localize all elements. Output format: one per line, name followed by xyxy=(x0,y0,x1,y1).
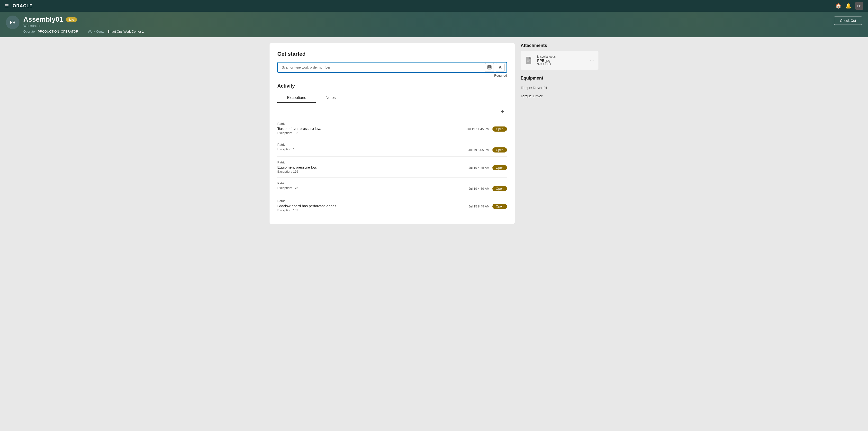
scan-input-container: A xyxy=(277,62,507,73)
exception-desc: Torque driver pressure low. xyxy=(277,126,321,131)
exception-date: Jul 19 5:05 PM xyxy=(468,148,490,152)
attachments-title: Attachments xyxy=(521,43,598,48)
activity-title: Activity xyxy=(277,83,507,89)
oracle-logo: ORACLE xyxy=(13,3,33,8)
svg-rect-9 xyxy=(527,62,529,62)
exception-desc: Equipment pressure low. xyxy=(277,165,317,169)
attachment-size: 993.11 KB xyxy=(537,62,587,66)
exception-date: Jul 19 4:45 AM xyxy=(469,166,490,170)
exception-num: Exception: 175 xyxy=(277,186,298,190)
exceptions-list: Patric Torque driver pressure low. Excep… xyxy=(277,118,507,216)
equipment-item: Torque Driver xyxy=(521,92,598,100)
equipment-title: Equipment xyxy=(521,75,598,81)
work-center-label: Work Center xyxy=(88,30,105,33)
exception-item: Patric Torque driver pressure low. Excep… xyxy=(277,118,507,139)
exception-author: Patric xyxy=(277,199,507,203)
status-badge: Open xyxy=(492,186,507,191)
attachment-name: PPE.jpg xyxy=(537,58,587,62)
hamburger-menu-icon[interactable]: ☰ xyxy=(5,3,9,8)
file-icon xyxy=(525,56,534,65)
tab-notes[interactable]: Notes xyxy=(316,93,345,103)
attachment-category: Miscellaneous xyxy=(537,55,587,58)
exception-author: Patric xyxy=(277,160,507,164)
top-nav-left: ☰ ORACLE xyxy=(5,3,33,8)
check-out-button[interactable]: Check Out xyxy=(834,17,862,25)
exception-date: Jul 19 11:45 PM xyxy=(467,127,490,131)
tab-exceptions[interactable]: Exceptions xyxy=(277,93,316,103)
workstation-type: Workstation xyxy=(23,24,144,28)
user-avatar-small[interactable]: PP xyxy=(855,2,863,10)
workstation-name: Assembly01 xyxy=(23,16,63,23)
attachment-card: Miscellaneous PPE.jpg 993.11 KB ⋯ xyxy=(521,51,598,70)
add-exception-button[interactable]: + xyxy=(498,107,507,116)
exception-date: Jul 19 4:39 AM xyxy=(469,187,490,190)
status-badge: Open xyxy=(492,204,507,209)
barcode-scan-icon[interactable] xyxy=(485,63,494,72)
operator-label: Operator xyxy=(23,30,36,33)
notification-bell-icon[interactable]: 🔔 xyxy=(845,3,851,9)
exception-author: Patric xyxy=(277,122,507,125)
exception-author: Patric xyxy=(277,143,507,147)
exception-item: Patric Exception: 175 Jul 19 4:39 AM Ope… xyxy=(277,178,507,195)
top-nav: ☰ ORACLE 🏠 🔔 PP xyxy=(0,0,868,12)
exception-num: Exception: 186 xyxy=(277,131,321,135)
exception-desc: Shadow board has perforated edges. xyxy=(277,204,337,208)
exception-num: Exception: 185 xyxy=(277,147,298,151)
operator-value: PRODUCTION_OPERATOR xyxy=(38,30,78,33)
exception-author: Patric xyxy=(277,181,507,185)
status-badge: Open xyxy=(492,165,507,170)
activity-tabs: Exceptions Notes xyxy=(277,93,507,103)
work-center-value: Smart Ops Work Center 1 xyxy=(107,30,144,33)
exception-num: Exception: 153 xyxy=(277,209,337,212)
avatar: PR xyxy=(6,16,20,29)
exception-item: Patric Shadow board has perforated edges… xyxy=(277,195,507,216)
attachment-more-menu-icon[interactable]: ⋯ xyxy=(590,58,595,63)
exception-num: Exception: 176 xyxy=(277,170,317,174)
exception-date: Jul 15 8:49 AM xyxy=(469,205,490,208)
scan-input[interactable] xyxy=(278,62,483,72)
idle-badge: Idle xyxy=(66,17,77,22)
header-area: PR Assembly01 Idle Workstation Operator … xyxy=(0,12,868,37)
exception-item: Patric Equipment pressure low. Exception… xyxy=(277,157,507,178)
top-nav-right: 🏠 🔔 PP xyxy=(835,2,863,10)
equipment-item: Torque Driver 01 xyxy=(521,84,598,92)
home-icon[interactable]: 🏠 xyxy=(835,3,841,9)
add-btn-container: + xyxy=(277,103,507,118)
right-panel: Attachments Miscellaneous PPE.jpg 993.11… xyxy=(521,43,598,224)
font-icon[interactable]: A xyxy=(496,63,504,72)
equipment-section: Equipment Torque Driver 01 Torque Driver xyxy=(521,75,598,100)
status-badge: Open xyxy=(492,126,507,131)
svg-rect-7 xyxy=(527,60,530,60)
required-label: Required xyxy=(277,74,507,78)
exception-item: Patric Exception: 185 Jul 19 5:05 PM Ope… xyxy=(277,139,507,157)
meta-separator xyxy=(82,30,84,33)
svg-rect-8 xyxy=(527,61,530,61)
left-panel: Get started A Required Act xyxy=(270,43,515,224)
svg-rect-6 xyxy=(526,57,531,64)
get-started-title: Get started xyxy=(277,51,507,57)
status-badge: Open xyxy=(492,147,507,153)
